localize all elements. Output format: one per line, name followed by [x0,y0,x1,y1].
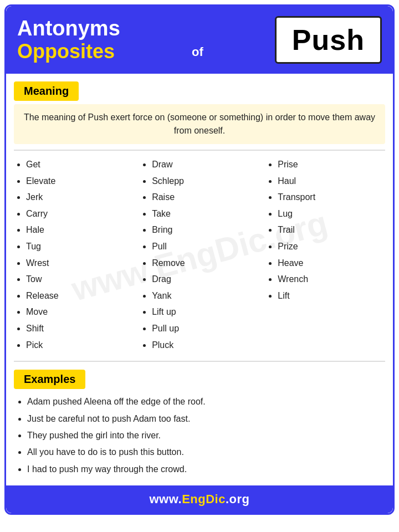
example-item: Just be careful not to push Adam too fas… [27,411,385,427]
antonyms-section: www.EngDic.org GetElevateJerkCarryHaleTu… [6,153,393,359]
list-item: Pluck [152,337,259,354]
list-item: Release [26,288,134,304]
header-left: Antonyms Opposites [17,17,120,62]
list-item: Pick [26,337,134,354]
list-item: Haul [278,173,385,190]
examples-list-wrapper: Adam pushed Aleena off the edge of the r… [6,393,393,485]
example-item: They pushed the girl into the river. [27,427,385,444]
list-item: Transport [278,189,385,206]
meaning-section: Meaning The meaning of Push exert force … [6,74,393,144]
antonyms-list-3: PriseHaulTransportLugTrailPrizeHeaveWren… [265,156,385,304]
example-item: Adam pushed Aleena off the edge of the r… [27,393,385,410]
list-item: Prise [278,156,385,173]
list-item: Bring [152,222,259,238]
main-container: Antonyms Opposites of Push Meaning The m… [4,4,395,515]
examples-label: Examples [14,370,85,389]
of-label: of [192,45,203,64]
list-item: Lift up [152,304,259,320]
divider-1 [14,150,385,151]
main-word: Push [275,16,382,64]
list-item: Drag [152,271,259,288]
list-item: Lug [278,206,385,222]
meaning-label: Meaning [14,81,79,101]
antonyms-col3: PriseHaulTransportLugTrailPrizeHeaveWren… [263,156,387,353]
example-item: All you have to do is to push this butto… [27,444,385,461]
list-item: Remove [152,255,259,272]
list-item: Shift [26,320,134,337]
footer-dot-org: .org [226,492,250,506]
antonyms-list-2: DrawSchleppRaiseTakeBringPullRemoveDragY… [140,156,259,353]
header: Antonyms Opposites of Push [6,6,393,74]
list-item: Raise [152,189,259,206]
list-item: Draw [152,156,259,173]
meaning-text: The meaning of Push exert force on (some… [14,104,385,144]
list-item: Schlepp [152,173,259,190]
examples-section: Examples Adam pushed Aleena off the edge… [6,364,393,485]
antonyms-list-1: GetElevateJerkCarryHaleTugWrestTowReleas… [14,156,134,353]
list-item: Yank [152,288,259,304]
list-item: Pull [152,238,259,255]
columns-wrapper: GetElevateJerkCarryHaleTugWrestTowReleas… [12,156,387,353]
list-item: Trail [278,222,385,238]
footer-www: www. [150,492,182,506]
list-item: Pull up [152,320,259,337]
antonyms-col2: DrawSchleppRaiseTakeBringPullRemoveDragY… [137,156,262,353]
list-item: Heave [278,255,385,272]
opposites-title: Opposites [17,40,120,63]
list-item: Tug [26,238,134,255]
divider-2 [14,361,385,362]
list-item: Elevate [26,173,134,190]
list-item: Move [26,304,134,320]
list-item: Prize [278,238,385,255]
antonyms-title: Antonyms [17,17,120,40]
list-item: Carry [26,206,134,222]
list-item: Wrench [278,271,385,288]
list-item: Wrest [26,255,134,272]
footer-engdic: EngDic [182,492,226,506]
list-item: Take [152,206,259,222]
list-item: Tow [26,271,134,288]
list-item: Hale [26,222,134,238]
list-item: Lift [278,288,385,304]
antonyms-col1: GetElevateJerkCarryHaleTugWrestTowReleas… [12,156,136,353]
example-item: I had to push my way through the crowd. [27,461,385,478]
footer: www.EngDic.org [6,485,393,513]
list-item: Get [26,156,134,173]
list-item: Jerk [26,189,134,206]
examples-list: Adam pushed Aleena off the edge of the r… [14,393,385,478]
